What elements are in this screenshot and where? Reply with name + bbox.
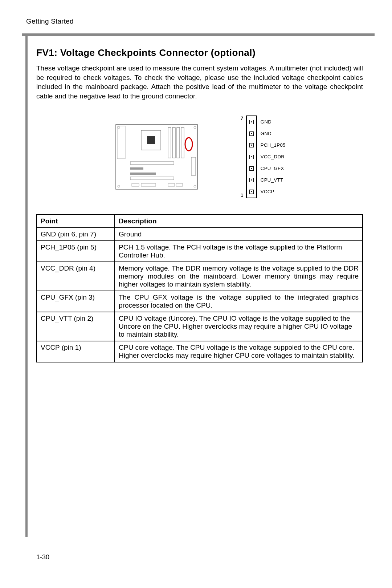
table-row: PCH_1P05 (pin 5) PCH 1.5 voltage. The PC…	[37, 241, 363, 262]
pin-labels: GND GND PCH_1P05 VCC_DDR CPU_GFX CPU_VTT…	[261, 116, 286, 198]
pin-label: VCC_DDR	[261, 151, 286, 163]
pin-label: GND	[261, 116, 286, 128]
svg-rect-3	[147, 136, 155, 144]
cell-point: CPU_GFX (pin 3)	[37, 291, 115, 312]
cell-point: VCCP (pin 1)	[37, 341, 115, 362]
page: Getting Started FV1: Voltage Checkpoints…	[0, 0, 392, 588]
cell-desc: CPU core voltage. The CPU voltage is the…	[115, 341, 363, 362]
svg-rect-6	[177, 127, 180, 158]
pin	[247, 163, 256, 174]
pin	[247, 128, 256, 139]
pin	[247, 174, 256, 186]
cell-desc: PCH 1.5 voltage. The PCH voltage is the …	[115, 241, 363, 262]
motherboard-svg	[114, 122, 208, 191]
svg-rect-10	[130, 167, 143, 170]
top-rule	[22, 33, 375, 36]
svg-rect-5	[172, 127, 175, 158]
table-row: CPU_VTT (pin 2) CPU IO voltage (Uncore).…	[37, 312, 363, 341]
cell-desc: Memory voltage. The DDR memory voltage i…	[115, 262, 363, 291]
table-row: CPU_GFX (pin 3) The CPU_GFX voltage is t…	[37, 291, 363, 312]
pin-label: GND	[261, 128, 286, 139]
pin	[247, 116, 256, 128]
cell-desc: CPU IO voltage (Uncore). The CPU IO volt…	[115, 312, 363, 341]
content-area: FV1: Voltage Checkpoints Connector (opti…	[36, 47, 363, 362]
pin-number-top: 7	[241, 116, 243, 121]
pin-label: PCH_1P05	[261, 139, 286, 151]
svg-point-18	[118, 126, 120, 129]
diagram-row: 7 1 GND GND PCH_1P05 VCC_DDR	[36, 115, 363, 198]
svg-point-19	[194, 126, 196, 129]
pin-numbers: 7 1	[241, 116, 243, 198]
svg-point-20	[118, 185, 120, 187]
cell-desc: Ground	[115, 228, 363, 241]
svg-rect-7	[181, 127, 184, 158]
pin	[247, 151, 256, 163]
svg-point-21	[194, 185, 196, 187]
svg-rect-14	[141, 183, 156, 186]
connector-diagram: 7 1 GND GND PCH_1P05 VCC_DDR	[241, 115, 286, 198]
svg-rect-16	[176, 183, 183, 186]
side-rule	[25, 33, 28, 537]
table-row: VCCP (pin 1) CPU core voltage. The CPU v…	[37, 341, 363, 362]
svg-rect-0	[116, 125, 197, 189]
section-intro: These voltage checkpoint are used to mea…	[36, 64, 363, 101]
svg-rect-9	[130, 162, 174, 165]
svg-rect-12	[130, 177, 174, 180]
table-row: GND (pin 6, pin 7) Ground	[37, 228, 363, 241]
running-header: Getting Started	[26, 17, 366, 25]
svg-rect-1	[117, 126, 125, 159]
pin-definition-table: Point Description GND (pin 6, pin 7) Gro…	[36, 214, 363, 362]
pin-label: VCCP	[261, 186, 286, 198]
svg-rect-4	[168, 127, 171, 158]
pin-number-bottom: 1	[241, 193, 243, 198]
motherboard-diagram	[114, 122, 208, 191]
table-row: VCC_DDR (pin 4) Memory voltage. The DDR …	[37, 262, 363, 291]
svg-rect-13	[132, 183, 139, 186]
pin-label: CPU_VTT	[261, 174, 286, 186]
svg-rect-15	[168, 183, 175, 186]
table-header-description: Description	[115, 215, 363, 228]
pin-label: CPU_GFX	[261, 163, 286, 174]
section-heading: FV1: Voltage Checkpoints Connector (opti…	[36, 47, 363, 58]
pin	[247, 139, 256, 151]
svg-rect-17	[191, 157, 196, 175]
svg-rect-11	[130, 173, 156, 175]
cell-point: PCH_1P05 (pin 5)	[37, 241, 115, 262]
table-header-point: Point	[37, 215, 115, 228]
svg-point-8	[185, 138, 192, 151]
pin	[247, 186, 256, 198]
pin-column	[246, 115, 257, 198]
cell-desc: The CPU_GFX voltage is the voltage suppl…	[115, 291, 363, 312]
cell-point: GND (pin 6, pin 7)	[37, 228, 115, 241]
cell-point: VCC_DDR (pin 4)	[37, 262, 115, 291]
page-number: 1-30	[36, 553, 49, 561]
table-body: GND (pin 6, pin 7) Ground PCH_1P05 (pin …	[37, 228, 363, 362]
cell-point: CPU_VTT (pin 2)	[37, 312, 115, 341]
